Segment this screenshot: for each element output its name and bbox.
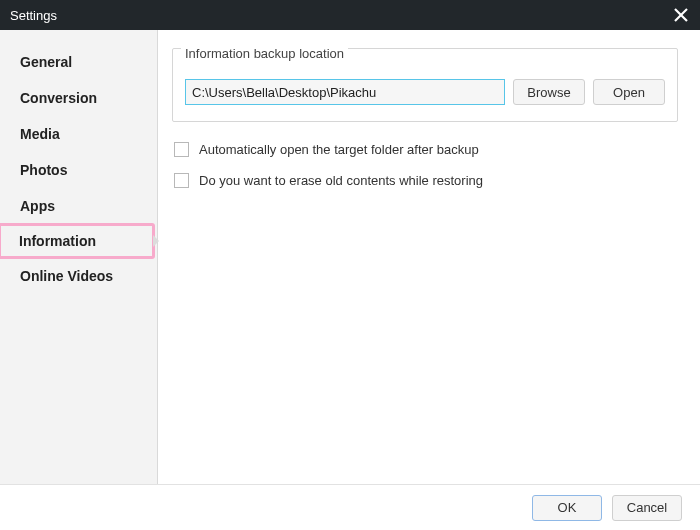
sidebar-item-apps[interactable]: Apps [0,188,157,224]
sidebar-item-photos[interactable]: Photos [0,152,157,188]
sidebar: General Conversion Media Photos Apps Inf… [0,30,158,484]
sidebar-item-label: Photos [20,162,67,178]
sidebar-item-online-videos[interactable]: Online Videos [0,258,157,294]
ok-button[interactable]: OK [532,495,602,521]
auto-open-checkbox[interactable] [174,142,189,157]
sidebar-item-label: Online Videos [20,268,113,284]
check-row-auto-open: Automatically open the target folder aft… [172,142,678,157]
path-row: Browse Open [185,79,665,105]
sidebar-item-media[interactable]: Media [0,116,157,152]
check-label: Do you want to erase old contents while … [199,173,483,188]
close-icon[interactable] [672,6,690,24]
check-row-erase-old: Do you want to erase old contents while … [172,173,678,188]
sidebar-item-label: Information [19,233,96,249]
sidebar-item-label: Media [20,126,60,142]
sidebar-item-label: General [20,54,72,70]
sidebar-item-label: Conversion [20,90,97,106]
check-label: Automatically open the target folder aft… [199,142,479,157]
open-button[interactable]: Open [593,79,665,105]
body-area: General Conversion Media Photos Apps Inf… [0,30,700,484]
window-title: Settings [10,8,57,23]
titlebar: Settings [0,0,700,30]
sidebar-item-general[interactable]: General [0,44,157,80]
sidebar-item-conversion[interactable]: Conversion [0,80,157,116]
browse-button[interactable]: Browse [513,79,585,105]
backup-path-input[interactable] [185,79,505,105]
backup-location-fieldset: Information backup location Browse Open [172,48,678,122]
main-panel: Information backup location Browse Open … [158,30,700,484]
sidebar-item-label: Apps [20,198,55,214]
sidebar-item-information[interactable]: Information [0,223,155,259]
erase-old-checkbox[interactable] [174,173,189,188]
cancel-button[interactable]: Cancel [612,495,682,521]
fieldset-legend: Information backup location [181,46,348,61]
footer: OK Cancel [0,484,700,530]
